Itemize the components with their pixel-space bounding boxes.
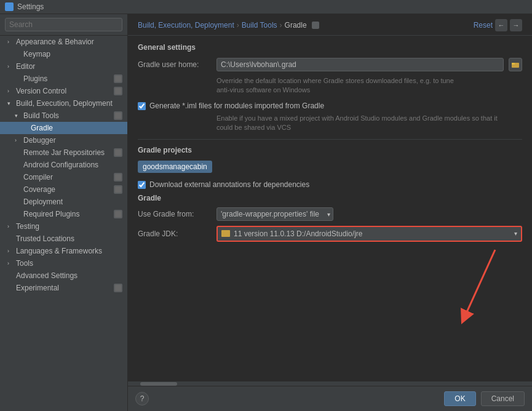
sidebar-item-label: Android Configurations <box>23 161 98 169</box>
sidebar-item-compiler[interactable]: Compiler <box>0 171 127 183</box>
sidebar-item-advanced-settings[interactable]: Advanced Settings <box>0 269 127 282</box>
jdk-text: 11 version 11.0.13 D:/AndroidStudio/jre <box>234 229 510 238</box>
arrow-annotation <box>446 244 520 332</box>
arrow-icon: › <box>15 137 21 143</box>
sidebar-item-keymap[interactable]: Keymap <box>0 48 127 60</box>
sidebar-badge <box>114 284 122 292</box>
sidebar-item-label: Required Plugins <box>23 210 79 218</box>
sidebar-item-remote-jar[interactable]: Remote Jar Repositories <box>0 146 127 159</box>
jdk-dropdown-arrow[interactable]: ▾ <box>514 230 517 237</box>
svg-rect-4 <box>115 150 121 156</box>
sidebar-item-deployment[interactable]: Deployment <box>0 196 127 208</box>
sidebar-item-coverage[interactable]: Coverage <box>0 183 127 196</box>
sidebar-item-label: Remote Jar Repositories <box>23 148 105 157</box>
sidebar-badge <box>114 74 122 83</box>
generate-iml-hint: Enable if you have a mixed project with … <box>216 114 522 133</box>
sidebar-badge <box>114 87 122 95</box>
sidebar-item-trusted-locations[interactable]: Trusted Locations <box>0 233 127 245</box>
sidebar-item-experimental[interactable]: Experimental <box>0 282 127 294</box>
search-input[interactable] <box>5 18 122 31</box>
arrow-icon: › <box>7 39 14 45</box>
sidebar-badge <box>114 185 122 194</box>
sidebar-item-plugins[interactable]: Plugins <box>0 73 127 85</box>
sidebar-item-label: Advanced Settings <box>16 271 77 280</box>
breadcrumb: Build, Execution, Deployment › Build Too… <box>128 14 532 36</box>
sidebar-item-label: Deployment <box>23 198 63 206</box>
ok-button[interactable]: OK <box>444 391 475 406</box>
svg-rect-7 <box>115 211 121 217</box>
breadcrumb-part-1[interactable]: Build, Execution, Deployment <box>138 21 234 30</box>
title-bar: Settings <box>0 0 532 14</box>
app-icon <box>5 2 14 11</box>
sidebar-item-label: Editor <box>16 62 35 71</box>
svg-rect-0 <box>6 4 12 10</box>
breadcrumb-part-2[interactable]: Build Tools <box>242 21 277 30</box>
arrow-icon: › <box>7 63 14 70</box>
sidebar-item-required-plugins[interactable]: Required Plugins <box>0 208 127 220</box>
folder-browse-icon <box>512 61 519 68</box>
nav-back-button[interactable]: ← <box>495 19 507 31</box>
arrow-icon: ▾ <box>7 100 14 106</box>
sidebar-item-debugger[interactable]: ›Debugger <box>0 134 127 146</box>
reset-button[interactable]: Reset <box>474 21 493 30</box>
gradle-projects-title: Gradle projects <box>138 146 522 154</box>
sidebar-item-label: Build Tools <box>23 111 59 120</box>
title-bar-text: Settings <box>17 2 44 11</box>
download-annotations-label: Download external annotations for depend… <box>149 180 309 189</box>
use-gradle-from-select[interactable]: 'gradle-wrapper.properties' file <box>216 207 333 221</box>
download-annotations-row: Download external annotations for depend… <box>138 180 522 189</box>
sidebar-badge <box>114 210 122 218</box>
content-panel: Build, Execution, Deployment › Build Too… <box>128 14 532 411</box>
sidebar-item-languages-frameworks[interactable]: ›Languages & Frameworks <box>0 245 127 257</box>
generate-iml-row: Generate *.iml files for modules importe… <box>138 102 522 110</box>
horizontal-scrollbar[interactable] <box>128 381 532 386</box>
sidebar-item-label: Appearance & Behavior <box>16 38 94 46</box>
divider-1 <box>138 139 522 140</box>
content-body: General settings Gradle user home: Overr… <box>128 36 532 381</box>
nav-forward-button[interactable]: → <box>510 19 522 31</box>
browse-button[interactable] <box>509 58 522 71</box>
sidebar-item-android-configurations[interactable]: Android Configurations <box>0 159 127 171</box>
general-settings-title: General settings <box>138 43 522 52</box>
sidebar-item-build-tools[interactable]: ▾Build Tools <box>0 110 127 122</box>
svg-line-12 <box>464 250 495 317</box>
use-gradle-from-label: Use Gradle from: <box>138 210 212 218</box>
sidebar-item-testing[interactable]: ›Testing <box>0 220 127 233</box>
sidebar-item-editor[interactable]: ›Editor <box>0 60 127 73</box>
sidebar-item-version-control[interactable]: ›Version Control <box>0 85 127 97</box>
jdk-folder-icon <box>221 230 230 237</box>
gradle-subsection: Gradle Use Gradle from: 'gradle-wrapper.… <box>138 194 522 242</box>
svg-rect-3 <box>115 113 121 119</box>
gradle-jdk-selector[interactable]: 11 version 11.0.13 D:/AndroidStudio/jre … <box>216 226 522 242</box>
sidebar-item-label: Debugger <box>23 136 56 145</box>
use-gradle-from-select-wrapper: 'gradle-wrapper.properties' file <box>216 207 333 221</box>
sidebar-item-label: Keymap <box>23 50 50 58</box>
sidebar-item-build-execution[interactable]: ▾Build, Execution, Deployment <box>0 97 127 110</box>
sidebar-badge <box>114 148 122 157</box>
arrow-icon: › <box>7 88 14 94</box>
generate-iml-label: Generate *.iml files for modules importe… <box>149 102 324 110</box>
sidebar-item-label: Experimental <box>16 284 59 292</box>
cancel-button[interactable]: Cancel <box>481 391 525 406</box>
generate-iml-checkbox[interactable] <box>138 102 146 110</box>
download-annotations-checkbox[interactable] <box>138 181 146 189</box>
bottom-bar: ? OK Cancel <box>128 386 532 411</box>
sidebar-item-label: Build, Execution, Deployment <box>16 99 113 108</box>
svg-rect-2 <box>115 88 121 94</box>
sidebar-item-gradle[interactable]: Gradle <box>0 122 127 134</box>
project-item[interactable]: goodsmanagecabin <box>138 161 212 173</box>
arrow-icon: › <box>7 260 14 266</box>
sidebar-item-label: Version Control <box>16 87 66 95</box>
svg-rect-10 <box>512 63 515 65</box>
sidebar-items-list: ›Appearance & BehaviorKeymap›EditorPlugi… <box>0 36 127 294</box>
arrow-icon: ▾ <box>15 113 21 119</box>
svg-rect-5 <box>115 174 121 180</box>
sidebar-item-tools[interactable]: ›Tools <box>0 257 127 269</box>
svg-rect-1 <box>115 76 121 82</box>
arrow-icon: › <box>7 223 14 229</box>
svg-rect-6 <box>115 186 121 193</box>
sidebar-item-appearance[interactable]: ›Appearance & Behavior <box>0 36 127 48</box>
sidebar-search-container <box>0 14 127 36</box>
help-button[interactable]: ? <box>135 392 149 405</box>
gradle-user-home-input[interactable] <box>216 58 504 71</box>
